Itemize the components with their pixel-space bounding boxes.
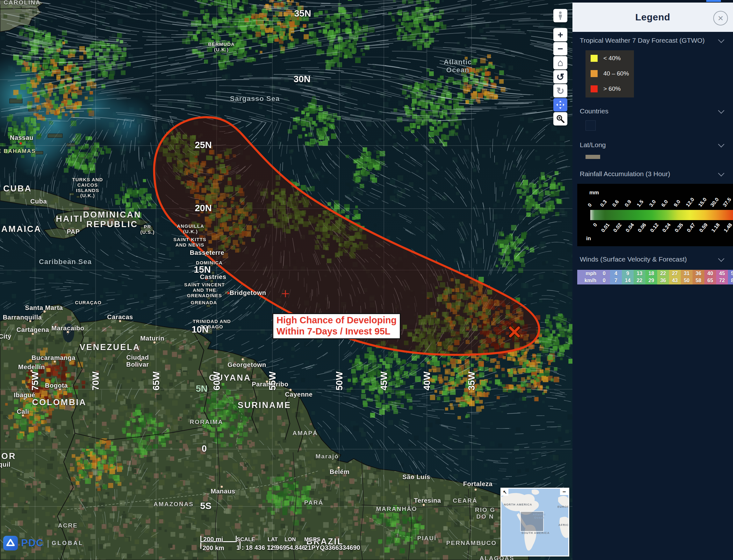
- gtwo-color-swatch: [591, 55, 598, 62]
- gtwo-legend-box: < 40%40 – 60%> 60%: [586, 50, 634, 97]
- rainfall-mm-tick: 0.9: [623, 199, 632, 208]
- rainfall-mm-tick: 0: [587, 202, 593, 208]
- winds-kmh-label: km/h: [585, 277, 596, 284]
- legend-title: Legend: [635, 12, 670, 23]
- winds-speed-column: 914: [622, 270, 634, 284]
- lat-label: LAT: [268, 536, 278, 543]
- pan-button[interactable]: [553, 98, 567, 111]
- section-latlong-header[interactable]: Lat/Long: [572, 136, 733, 153]
- pegman-button[interactable]: [553, 9, 567, 22]
- inset-collapse-button[interactable]: −: [560, 489, 568, 495]
- close-icon[interactable]: ×: [713, 11, 728, 25]
- section-rainfall-header[interactable]: Rainfall Accumulation (3 Hour): [572, 165, 733, 182]
- rainfall-mm-tick: 12.0: [685, 197, 695, 208]
- inset-world-map: [501, 489, 568, 556]
- rotate-cw-button[interactable]: ↻: [553, 84, 567, 97]
- winds-speed-column: 3658: [693, 270, 704, 284]
- rainfall-in-tick: 0.01: [600, 222, 610, 233]
- winds-speed-column: 4065: [704, 270, 716, 284]
- rainfall-legend: mm in 00.30.60.91.53.06.09.012.015.030.0…: [577, 184, 733, 246]
- scale-label: SCALE: [237, 536, 255, 543]
- pdc-logo-text: PDC: [21, 537, 44, 549]
- rainfall-in-tick: 1.48: [722, 222, 733, 233]
- inset-label: SOUTH AMERICA: [521, 531, 550, 535]
- map-viewport[interactable]: Atlantic OceanSargasso SeaCaribbean SeaC…: [0, 0, 572, 560]
- disaster-map-app: Atlantic OceanSargasso SeaCaribbean SeaC…: [0, 0, 733, 560]
- winds-speed-column: 5588: [728, 270, 733, 284]
- scale-bar-miles: 200 mi: [203, 536, 223, 543]
- winds-speed-column: 3150: [681, 270, 693, 284]
- panel-top-strip: [572, 0, 733, 3]
- overview-inset-map[interactable]: NORTH AMERICAEUROPEAFRICASOUTH AMERICAAt…: [500, 488, 569, 556]
- winds-unit-column: mphkm/h: [577, 270, 598, 284]
- winds-section-title: Winds (Surface Velocity & Forecast): [580, 255, 687, 263]
- winds-mph-label: mph: [586, 270, 596, 277]
- rainfall-mm-tick: 3.0: [648, 199, 657, 208]
- rainfall-in-tick: 1.18: [710, 222, 721, 233]
- inset-label: EUROPE: [557, 505, 569, 508]
- gtwo-legend-item: > 60%: [591, 85, 634, 92]
- inset-expand-button[interactable]: ↖: [501, 489, 508, 496]
- map-overlay: [0, 0, 572, 560]
- chevron-down-icon: [718, 141, 724, 147]
- storm-annotation-label[interactable]: High Chance of Developing Within 7-Days …: [272, 313, 401, 339]
- logo-divider: |: [47, 538, 49, 548]
- rainfall-in-tick: 0: [592, 222, 599, 228]
- latlong-section-title: Lat/Long: [580, 141, 606, 149]
- rainfall-mm-tick: 1.5: [636, 199, 645, 208]
- mgrs-label: MGRS: [304, 536, 320, 543]
- rainfall-in-tick: 0.24: [661, 222, 672, 233]
- lat-value: 12.969: [267, 544, 286, 551]
- rainfall-color-bar: [590, 210, 733, 220]
- gtwo-color-swatch: [591, 85, 598, 92]
- rainfall-in-tick: 0.06: [637, 222, 647, 233]
- winds-speed-column: 1322: [634, 270, 645, 284]
- lon-value: -54.846: [284, 544, 305, 551]
- pdc-logo[interactable]: PDC | GLOBAL: [3, 536, 83, 550]
- inset-label: Atlantic Ocean: [533, 513, 546, 519]
- winds-speed-column: 2236: [657, 270, 669, 284]
- gtwo-range-label: > 60%: [603, 85, 621, 92]
- rainfall-unit-mm: mm: [589, 190, 599, 196]
- winds-speed-column: 47: [610, 270, 622, 284]
- rainfall-section-title: Rainfall Accumulation (3 Hour): [580, 170, 670, 178]
- rainfall-in-tick: 0.04: [624, 222, 635, 233]
- zoom-in-button[interactable]: +: [553, 28, 567, 41]
- winds-speed-column: 2743: [669, 270, 681, 284]
- inset-label: NORTH AMERICA: [504, 503, 532, 506]
- rainfall-in-tick: 0.59: [698, 222, 708, 233]
- chevron-down-icon: [718, 170, 724, 176]
- rainfall-mm-tick: 0.3: [599, 199, 608, 208]
- section-countries-header[interactable]: Countries: [572, 103, 733, 119]
- gtwo-section-title: Tropical Weather 7 Day Forecast (GTWO): [580, 37, 705, 44]
- gtwo-range-label: 40 – 60%: [603, 70, 629, 77]
- rainfall-unit-in: in: [586, 235, 591, 242]
- winds-speed-column: 00: [598, 270, 610, 284]
- mgrs-value: 21PYQ3366334690: [304, 544, 360, 551]
- rainfall-mm-tick: 30.0: [709, 197, 720, 208]
- chevron-down-icon: [718, 255, 724, 262]
- zoom-box-button[interactable]: [553, 112, 567, 126]
- section-winds-header[interactable]: Winds (Surface Velocity & Forecast): [572, 251, 733, 267]
- lon-label: LON: [284, 536, 296, 543]
- legend-panel: Legend × Tropical Weather 7 Day Forecast…: [572, 0, 733, 560]
- rainfall-mm-tick: 15.0: [697, 197, 708, 208]
- rainfall-mm-tick: 9.0: [672, 199, 681, 208]
- rainfall-mm-tick: 0.6: [611, 199, 620, 208]
- gtwo-range-label: < 40%: [603, 55, 621, 62]
- legend-header: Legend ×: [572, 3, 733, 32]
- rotate-ccw-button[interactable]: ↺: [553, 70, 567, 83]
- gtwo-legend-item: 40 – 60%: [591, 70, 634, 77]
- section-gtwo-header[interactable]: Tropical Weather 7 Day Forecast (GTWO): [572, 32, 733, 48]
- chevron-down-icon: [718, 37, 724, 43]
- rainfall-mm-tick: 37.5: [722, 197, 732, 208]
- rainfall-in-tick: 0.12: [649, 222, 659, 233]
- storm-x-marker[interactable]: [510, 328, 519, 336]
- chevron-down-icon: [718, 107, 724, 114]
- gtwo-color-swatch: [591, 70, 598, 77]
- winds-speed-column: 1829: [645, 270, 657, 284]
- pdc-logo-icon: [3, 536, 18, 550]
- winds-speed-scale: mphkm/h004791413221829223627433150365840…: [577, 270, 733, 284]
- zoom-out-button[interactable]: −: [553, 42, 567, 55]
- home-button[interactable]: ⌂: [553, 56, 567, 69]
